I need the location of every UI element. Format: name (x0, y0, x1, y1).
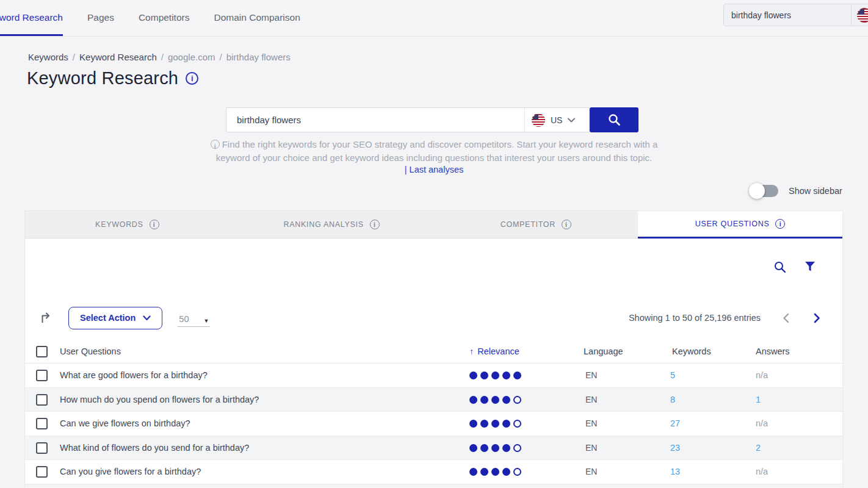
table-search-icon[interactable] (774, 261, 786, 276)
breadcrumb-keyword: birthday flowers (226, 52, 291, 62)
row-question: How much do you spend on flowers for a b… (60, 395, 259, 404)
row-checkbox[interactable] (36, 418, 48, 429)
relevance-dot-filled (469, 468, 477, 476)
row-answers: n/a (756, 467, 768, 476)
keyword-search-input[interactable] (226, 107, 524, 132)
table-header: User Questions ↑Relevance Language Keywo… (25, 340, 842, 364)
tab-user-questions[interactable]: USER QUESTIONS i (638, 211, 842, 239)
search-description: iFind the right keywords for your SEO st… (0, 138, 868, 165)
row-checkbox[interactable] (36, 442, 48, 454)
relevance-dot-empty (513, 420, 521, 428)
breadcrumb-keywords[interactable]: Keywords (28, 52, 68, 62)
topnav-search-input[interactable] (724, 4, 851, 26)
previous-page-chevron[interactable] (783, 313, 789, 323)
country-code-label: US (551, 115, 562, 125)
page-size-select[interactable]: 50 ▼ (178, 309, 210, 327)
relevance-dot-filled (502, 396, 510, 404)
country-dropdown[interactable]: US (524, 107, 590, 132)
last-analyses-link[interactable]: | Last analyses (0, 165, 868, 174)
tab-keywords[interactable]: KEYWORDS i (25, 211, 230, 239)
topnav-search-box (723, 4, 868, 26)
relevance-dot-filled (491, 371, 499, 379)
nav-item-pages[interactable]: Pages (87, 0, 114, 36)
tab-label: RANKING ANALYSIS (284, 220, 364, 229)
column-header-language[interactable]: Language (584, 346, 623, 356)
description-line-1: Find the right keywords for your SEO str… (222, 139, 658, 149)
row-checkbox[interactable] (36, 394, 48, 406)
row-language: EN (585, 395, 597, 404)
relevance-dot-filled (491, 420, 499, 428)
column-header-user-questions[interactable]: User Questions (60, 346, 121, 356)
row-keywords-link[interactable]: 13 (670, 467, 680, 476)
toggle-knob (749, 183, 765, 199)
nav-item-label: Keyword Research (0, 12, 63, 23)
nav-item-competitors[interactable]: Competitors (139, 0, 190, 36)
tab-ranking-analysis[interactable]: RANKING ANALYSIS i (230, 211, 434, 239)
row-answers[interactable]: 1 (756, 395, 761, 404)
row-answers: n/a (756, 370, 768, 380)
breadcrumb: Keywords/Keyword Research/google.com/bir… (28, 52, 291, 62)
search-icon (608, 113, 621, 126)
relevance-dot-empty (513, 468, 521, 476)
column-header-keywords[interactable]: Keywords (672, 346, 711, 356)
relevance-dot-empty (513, 396, 521, 404)
relevance-dots (469, 371, 521, 379)
row-checkbox[interactable] (36, 370, 48, 381)
table-toolbar: Select Action 50 ▼ Showing 1 to 50 of 25… (25, 306, 842, 330)
row-answers[interactable]: 2 (756, 443, 761, 453)
row-keywords-link[interactable]: 5 (670, 370, 675, 380)
select-all-checkbox[interactable] (36, 346, 48, 357)
sort-ascending-icon: ↑ (469, 346, 474, 356)
table-row: Can we give flowers on birthday? EN 27 n… (25, 412, 842, 436)
tab-info-icon[interactable]: i (562, 220, 571, 229)
relevance-dot-filled (469, 420, 477, 428)
chevron-down-icon (143, 315, 151, 321)
topnav-country-selector[interactable] (852, 8, 868, 23)
export-icon[interactable] (40, 312, 52, 324)
page-size-value: 50 (179, 314, 189, 324)
table-row: What kind of flowers do you send for a b… (25, 436, 842, 461)
tab-competitor[interactable]: COMPETITOR i (434, 211, 638, 239)
breadcrumb-domain: google.com (168, 52, 215, 62)
select-action-label: Select Action (80, 313, 136, 323)
column-header-answers[interactable]: Answers (756, 346, 790, 356)
table-row: Can you give flowers for a birthday? EN … (25, 460, 842, 484)
tab-info-icon[interactable]: i (775, 219, 785, 229)
relevance-dot-filled (480, 444, 488, 452)
breadcrumb-separator: / (220, 52, 222, 62)
us-flag-icon (532, 113, 545, 127)
select-action-button[interactable]: Select Action (68, 307, 162, 329)
row-keywords-link[interactable]: 8 (670, 395, 675, 404)
relevance-dot-filled (480, 396, 488, 404)
nav-item-domain-comparison[interactable]: Domain Comparison (214, 0, 300, 36)
row-keywords-link[interactable]: 27 (670, 418, 680, 428)
row-language: EN (585, 443, 597, 453)
relevance-dot-filled (513, 371, 521, 379)
row-language: EN (585, 418, 597, 428)
relevance-dot-filled (491, 444, 499, 452)
breadcrumb-keyword-research[interactable]: Keyword Research (79, 52, 157, 62)
relevance-dot-filled (491, 468, 499, 476)
relevance-dots (469, 420, 521, 428)
results-card: KEYWORDS i RANKING ANALYSIS i COMPETITOR… (24, 210, 843, 488)
table-row: How much do you spend on flowers for a b… (25, 388, 842, 412)
search-button[interactable] (590, 107, 638, 132)
tab-info-icon[interactable]: i (150, 220, 159, 229)
breadcrumb-separator: / (161, 52, 164, 62)
show-sidebar-toggle[interactable] (750, 185, 778, 197)
row-checkbox[interactable] (36, 466, 48, 478)
next-page-chevron[interactable] (814, 313, 820, 323)
relevance-dot-filled (469, 371, 477, 379)
tab-info-icon[interactable]: i (370, 220, 380, 229)
row-keywords-link[interactable]: 23 (670, 443, 680, 453)
info-icon: i (211, 140, 220, 149)
chevron-down-icon (568, 118, 575, 123)
row-language: EN (585, 370, 597, 380)
table-body: What are good flowers for a birthday? EN… (25, 364, 842, 488)
column-header-relevance[interactable]: ↑Relevance (469, 346, 519, 356)
title-info-icon[interactable]: i (186, 72, 198, 85)
tab-bar: KEYWORDS i RANKING ANALYSIS i COMPETITOR… (25, 211, 842, 239)
nav-item-keyword-research[interactable]: Keyword Research (0, 0, 63, 36)
relevance-dot-filled (469, 396, 477, 404)
filter-funnel-icon[interactable] (805, 261, 816, 276)
